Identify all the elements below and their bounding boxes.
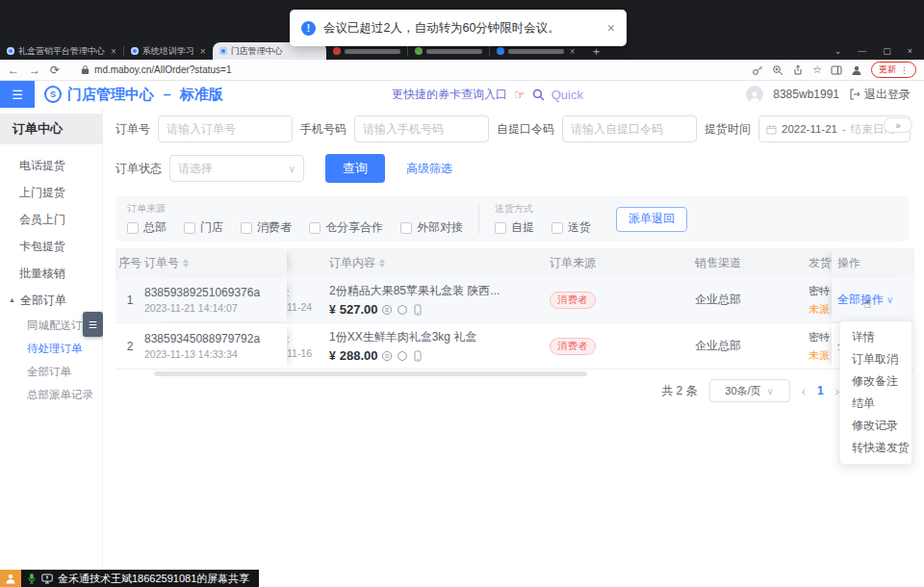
app-title: 门店管理中心	[67, 86, 154, 104]
dispatch-return-button[interactable]: 派单退回	[616, 207, 687, 232]
menu-item-edit-remark[interactable]: 修改备注	[840, 370, 911, 393]
sidebar-item-batch-verify[interactable]: 批量核销	[0, 260, 102, 287]
sidebar-item-all-orders[interactable]: 全部订单	[0, 360, 102, 383]
sidebar-toggle-button[interactable]: ☰	[0, 81, 35, 108]
checkbox-hq[interactable]: 总部	[127, 219, 167, 236]
checkbox-icon[interactable]	[127, 222, 139, 234]
browser-update-button[interactable]: 更新 ⋮	[871, 62, 916, 78]
sidebar-item-hq-dispatch-records[interactable]: 总部派单记录	[0, 383, 102, 406]
checkbox-consumer[interactable]: 消费者	[241, 219, 292, 236]
app-header: ☰ S 门店管理中心 － 标准版 更快捷的券卡查询入口 ☞ Quick 8385…	[0, 81, 924, 108]
side-panel-icon[interactable]	[831, 64, 842, 76]
checkbox-icon[interactable]	[241, 222, 252, 234]
scrollbar-thumb[interactable]	[154, 371, 587, 376]
tab-close-icon[interactable]: ×	[111, 46, 116, 57]
back-icon[interactable]: ←	[8, 64, 19, 76]
tab-close-icon[interactable]: ×	[200, 46, 206, 57]
toast-close-icon[interactable]: ×	[607, 20, 615, 36]
phone-input[interactable]	[354, 115, 489, 142]
browser-toolbar: ← → ⟳ md.maboy.cn/AllOrder?status=1 ☆ 更新…	[0, 60, 924, 81]
table-horizontal-scrollbar[interactable]	[116, 370, 914, 377]
header-ship-status-clipped: 发货	[808, 248, 832, 277]
sidebar-item-door-pickup[interactable]: 上门提货	[0, 179, 102, 206]
checkbox-icon[interactable]	[552, 222, 563, 234]
pickup-code-input[interactable]	[562, 115, 697, 142]
browser-tab-2[interactable]: 系统培训学习 ×	[124, 42, 213, 60]
checkbox-warehouse-share[interactable]: 仓分享合作	[309, 219, 383, 236]
chevron-down-icon: ∨	[886, 294, 893, 305]
filter-row-2: 订单状态 请选择 ∨ 查询 高级筛选	[116, 154, 452, 183]
kebab-menu-icon[interactable]: ⋮	[900, 65, 909, 75]
checkbox-store[interactable]: 门店	[184, 219, 223, 236]
tab-favicon	[415, 47, 423, 55]
hamburger-icon: ☰	[12, 88, 23, 102]
window-maximize-icon[interactable]: ▢	[883, 46, 891, 56]
advanced-filter-link[interactable]: 高级筛选	[406, 161, 452, 177]
search-button[interactable]: 查询	[325, 154, 385, 183]
current-page[interactable]: 1	[817, 384, 824, 397]
checkbox-self-pickup[interactable]: 自提	[495, 219, 534, 236]
tab-favicon	[219, 47, 227, 55]
profile-icon[interactable]	[851, 64, 862, 76]
quick-search-icon[interactable]	[532, 89, 545, 101]
header-clipped-column	[287, 248, 329, 277]
order-created-time: 2023-11-21 14:14:07	[144, 302, 260, 314]
zoom-icon[interactable]	[772, 64, 783, 76]
phone-icon	[412, 304, 424, 316]
table-row[interactable]: 2 83859345088979792a 2023-11-13 14:33:34…	[116, 323, 914, 370]
logout-button[interactable]: 退出登录	[849, 87, 911, 103]
checkbox-icon[interactable]	[309, 222, 321, 234]
header-order-content[interactable]: 订单内容	[329, 248, 518, 277]
menu-item-details[interactable]: 详情	[840, 326, 911, 348]
tab-favicon	[333, 47, 341, 55]
menu-item-edit-history[interactable]: 修改记录	[840, 415, 911, 437]
tab-close-icon[interactable]: ×	[570, 46, 576, 57]
checkbox-label: 仓分享合作	[325, 219, 383, 236]
menu-item-cancel-order[interactable]: 订单取消	[840, 348, 911, 370]
sidebar-item-member-visit[interactable]: 会员上门	[0, 206, 102, 233]
bookmark-star-icon[interactable]: ☆	[812, 64, 822, 76]
chevron-down-icon: ∨	[289, 164, 295, 174]
checkbox-delivery[interactable]: 送货	[552, 219, 591, 236]
order-source-group: 订单来源 总部 门店 消费者 仓分享合作 外部对接	[127, 202, 463, 236]
checkbox-icon[interactable]	[400, 222, 412, 234]
prev-page-button[interactable]: ‹	[802, 384, 806, 398]
collapse-filters-button[interactable]: »	[884, 117, 912, 133]
sidebar-drawer-handle[interactable]: ☰	[83, 312, 103, 337]
quick-link[interactable]: Quick	[552, 88, 583, 102]
chevron-down-icon: ∨	[767, 386, 774, 396]
reload-icon[interactable]: ⟳	[50, 64, 60, 76]
menu-item-close-order[interactable]: 结单	[840, 393, 911, 415]
sidebar-item-phone-pickup[interactable]: 电话提货	[0, 152, 102, 179]
page-size-select[interactable]: 30条/页 ∨	[709, 379, 790, 402]
tab-search-icon[interactable]: ⌄	[834, 46, 842, 56]
header-order-no[interactable]: 订单号	[144, 248, 287, 277]
menu-item-switch-express[interactable]: 转快递发货	[840, 437, 911, 459]
checkbox-icon[interactable]	[495, 222, 506, 234]
cell-clipped-datetime: : 11-24	[287, 277, 329, 322]
order-status-select[interactable]: 请选择 ∨	[169, 155, 304, 182]
order-no-value: 83859345088979792a	[144, 332, 260, 345]
sidebar-item-pending-orders[interactable]: 待处理订单	[0, 337, 102, 360]
window-close-icon[interactable]: ×	[908, 46, 912, 56]
sidebar-item-card-pickup[interactable]: 卡包提货	[0, 233, 102, 260]
cell-ship-status-clipped: 密特 未派	[808, 323, 832, 369]
table-row[interactable]: 1 83859389251069376a 2023-11-21 14:14:07…	[116, 277, 914, 323]
clipped-text: 未派	[808, 348, 830, 363]
order-no-input[interactable]	[158, 115, 293, 142]
actions-dropdown-menu: 详情 订单取消 修改备注 结单 修改记录 转快递发货	[839, 320, 912, 465]
cell-sales-channel: 企业总部	[628, 277, 808, 322]
key-icon[interactable]	[752, 64, 763, 76]
goods-name: 2份精品大果85苹果礼盒装 陕西...	[329, 283, 500, 299]
forward-icon[interactable]: →	[29, 64, 40, 76]
sort-icon[interactable]	[183, 259, 189, 268]
start-date-value: 2022-11-21	[782, 123, 837, 135]
window-minimize-icon[interactable]: —	[858, 46, 866, 56]
share-icon[interactable]	[792, 64, 804, 76]
address-bar[interactable]: md.maboy.cn/AllOrder?status=1	[81, 64, 231, 75]
checkbox-external[interactable]: 外部对接	[400, 219, 463, 236]
sort-icon[interactable]	[379, 259, 385, 268]
browser-tab-1[interactable]: 礼盒营销平台管理中心 ×	[0, 42, 123, 60]
sidebar-group-all-orders[interactable]: ▲ 全部订单	[0, 287, 102, 314]
checkbox-icon[interactable]	[184, 222, 195, 234]
